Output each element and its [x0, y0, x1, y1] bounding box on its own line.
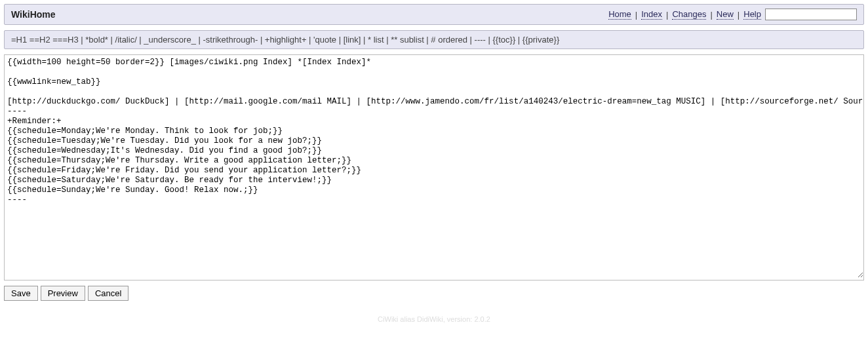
nav-sep: | [710, 10, 712, 20]
footer: CiWiki alias DidiWiki, version: 2.0.2 [4, 315, 864, 323]
editor-container [4, 54, 864, 280]
nav-changes[interactable]: Changes [672, 9, 706, 20]
syntax-help-text: =H1 ==H2 ===H3 | *bold* | /italic/ | _un… [11, 35, 559, 45]
cancel-button[interactable]: Cancel [88, 286, 128, 301]
nav-index[interactable]: Index [641, 9, 662, 20]
save-button[interactable]: Save [4, 286, 38, 301]
header-bar: WikiHome Home | Index | Changes | New | … [4, 4, 864, 25]
nav-new[interactable]: New [717, 9, 734, 20]
search-input[interactable] [765, 9, 857, 20]
preview-button[interactable]: Preview [41, 286, 85, 301]
nav-sep: | [635, 10, 637, 20]
page-title: WikiHome [11, 9, 56, 20]
nav-sep: | [738, 10, 740, 20]
nav-help[interactable]: Help [743, 9, 761, 20]
button-row: Save Preview Cancel [4, 286, 864, 301]
nav-home[interactable]: Home [608, 9, 631, 20]
nav: Home | Index | Changes | New | Help [608, 9, 857, 20]
syntax-help-bar: =H1 ==H2 ===H3 | *bold* | /italic/ | _un… [4, 30, 864, 49]
nav-sep: | [666, 10, 668, 20]
wiki-editor[interactable] [5, 55, 863, 278]
